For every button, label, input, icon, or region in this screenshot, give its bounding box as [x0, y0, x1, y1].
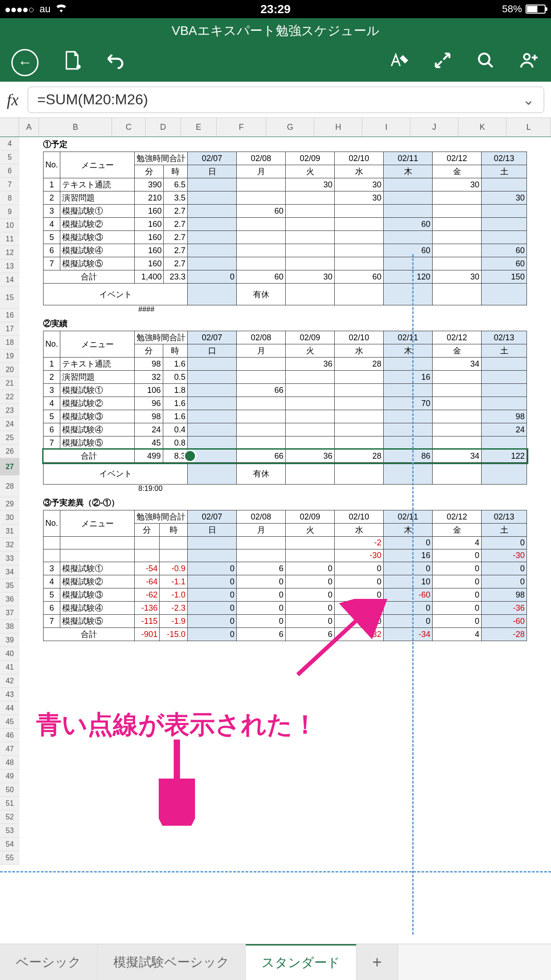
- data-table[interactable]: No.メニュー勉強時間合計02/0702/0802/0902/1002/1102…: [43, 152, 527, 305]
- section-title: ①予定: [43, 137, 527, 152]
- col-header-A[interactable]: A: [19, 118, 39, 137]
- file-icon[interactable]: [63, 50, 81, 75]
- row-header-23[interactable]: 23: [0, 404, 20, 417]
- col-header-L[interactable]: L: [507, 118, 551, 137]
- row-header-35[interactable]: 35: [0, 579, 20, 593]
- row-header-5[interactable]: 5: [0, 151, 20, 164]
- svg-point-1: [479, 54, 489, 64]
- row-header-49[interactable]: 49: [0, 769, 20, 783]
- clock-label: 23:29: [260, 2, 291, 16]
- chevron-down-icon[interactable]: ⌄: [522, 91, 535, 108]
- row-header-24[interactable]: 24: [0, 417, 20, 431]
- row-header-6[interactable]: 6: [0, 164, 20, 178]
- add-sheet-button[interactable]: +: [356, 944, 398, 980]
- row-header-32[interactable]: 32: [0, 538, 20, 552]
- row-header-17[interactable]: 17: [0, 322, 20, 336]
- col-header-H[interactable]: H: [314, 118, 362, 137]
- row-header-27[interactable]: 27: [0, 458, 20, 475]
- select-all-corner[interactable]: [0, 118, 19, 137]
- row-header-18[interactable]: 18: [0, 336, 20, 349]
- col-header-C[interactable]: C: [112, 118, 146, 137]
- col-header-B[interactable]: B: [39, 118, 112, 137]
- row-header-40[interactable]: 40: [0, 647, 20, 661]
- row-header-25[interactable]: 25: [0, 431, 20, 445]
- formula-bar: fx =SUM(M20:M26) ⌄: [0, 82, 551, 118]
- expand-icon[interactable]: [434, 51, 452, 74]
- row-header-21[interactable]: 21: [0, 377, 20, 390]
- tab-basic[interactable]: ベーシック: [0, 944, 98, 980]
- svg-point-0: [76, 64, 80, 69]
- fx-label: fx: [7, 90, 19, 109]
- col-header-G[interactable]: G: [266, 118, 314, 137]
- col-header-E[interactable]: E: [181, 118, 216, 137]
- row-header-8[interactable]: 8: [0, 191, 20, 205]
- row-header-31[interactable]: 31: [0, 524, 20, 538]
- col-header-I[interactable]: I: [362, 118, 410, 137]
- row-header-13[interactable]: 13: [0, 260, 20, 273]
- row-header-16[interactable]: 16: [0, 309, 20, 322]
- row-header-15[interactable]: 15: [0, 287, 20, 309]
- row-header-19[interactable]: 19: [0, 349, 20, 363]
- row-header-9[interactable]: 9: [0, 205, 20, 219]
- row-header-48[interactable]: 48: [0, 756, 20, 769]
- col-header-K[interactable]: K: [458, 118, 507, 137]
- row-header-42[interactable]: 42: [0, 674, 20, 688]
- row-header-22[interactable]: 22: [0, 390, 20, 404]
- row-header-53[interactable]: 53: [0, 824, 20, 838]
- toolbar: ←: [0, 43, 551, 82]
- col-header-J[interactable]: J: [410, 118, 458, 137]
- row-header-54[interactable]: 54: [0, 838, 20, 851]
- row-header-55[interactable]: 55: [0, 851, 20, 865]
- row-header-41[interactable]: 41: [0, 661, 20, 674]
- row-header-47[interactable]: 47: [0, 742, 20, 756]
- data-table[interactable]: No.メニュー勉強時間合計02/0702/0802/0902/1002/1102…: [43, 331, 527, 485]
- spreadsheet-grid[interactable]: ABCDEFGHIJKL 456789101112131415161718192…: [0, 118, 551, 935]
- row-header-26[interactable]: 26: [0, 445, 20, 458]
- row-header-20[interactable]: 20: [0, 363, 20, 377]
- row-header-39[interactable]: 39: [0, 633, 20, 647]
- svg-point-2: [524, 54, 530, 59]
- carrier-label: au: [39, 3, 50, 15]
- col-header-F[interactable]: F: [217, 118, 267, 137]
- col-header-D[interactable]: D: [146, 118, 181, 137]
- share-user-icon[interactable]: [520, 51, 540, 74]
- row-header-33[interactable]: 33: [0, 552, 20, 565]
- data-table[interactable]: No.メニュー勉強時間合計02/0702/0802/0902/1002/1102…: [43, 510, 527, 641]
- tab-mock-basic[interactable]: 模擬試験ベーシック: [98, 944, 246, 980]
- row-header-51[interactable]: 51: [0, 797, 20, 810]
- row-header-38[interactable]: 38: [0, 620, 20, 633]
- row-header-28[interactable]: 28: [0, 475, 20, 497]
- tab-standard[interactable]: スタンダード: [246, 944, 356, 980]
- row-header-4[interactable]: 4: [0, 137, 20, 151]
- row-header-50[interactable]: 50: [0, 783, 20, 797]
- row-header-45[interactable]: 45: [0, 715, 20, 729]
- page-break-horizontal: [0, 871, 551, 872]
- row-header-36[interactable]: 36: [0, 593, 20, 606]
- row-header-37[interactable]: 37: [0, 606, 20, 620]
- document-title: VBAエキスパート勉強スケジュール: [0, 18, 551, 43]
- signal-dots-icon: [5, 3, 35, 15]
- row-header-7[interactable]: 7: [0, 178, 20, 191]
- row-header-11[interactable]: 11: [0, 232, 20, 246]
- row-header-46[interactable]: 46: [0, 729, 20, 742]
- back-button[interactable]: ←: [11, 49, 39, 76]
- row-header-43[interactable]: 43: [0, 688, 20, 701]
- row-header-34[interactable]: 34: [0, 565, 20, 579]
- undo-button[interactable]: [106, 52, 125, 74]
- font-format-icon[interactable]: [389, 51, 409, 74]
- status-bar: au 23:29 58%: [0, 0, 551, 18]
- row-header-44[interactable]: 44: [0, 701, 20, 715]
- row-header-14[interactable]: 14: [0, 273, 20, 287]
- search-icon[interactable]: [477, 51, 495, 74]
- formula-input[interactable]: =SUM(M20:M26) ⌄: [28, 87, 544, 113]
- wifi-icon: [55, 3, 68, 15]
- battery-pct-label: 58%: [502, 3, 522, 15]
- formula-text: =SUM(M20:M26): [37, 91, 148, 108]
- row-header-29[interactable]: 29: [0, 497, 20, 511]
- sheet-tabs: ベーシック 模擬試験ベーシック スタンダード +: [0, 944, 551, 980]
- annotation-text: 青い点線が表示された！: [36, 708, 318, 742]
- row-header-10[interactable]: 10: [0, 219, 20, 232]
- row-header-12[interactable]: 12: [0, 246, 20, 260]
- row-header-30[interactable]: 30: [0, 511, 20, 524]
- row-header-52[interactable]: 52: [0, 810, 20, 824]
